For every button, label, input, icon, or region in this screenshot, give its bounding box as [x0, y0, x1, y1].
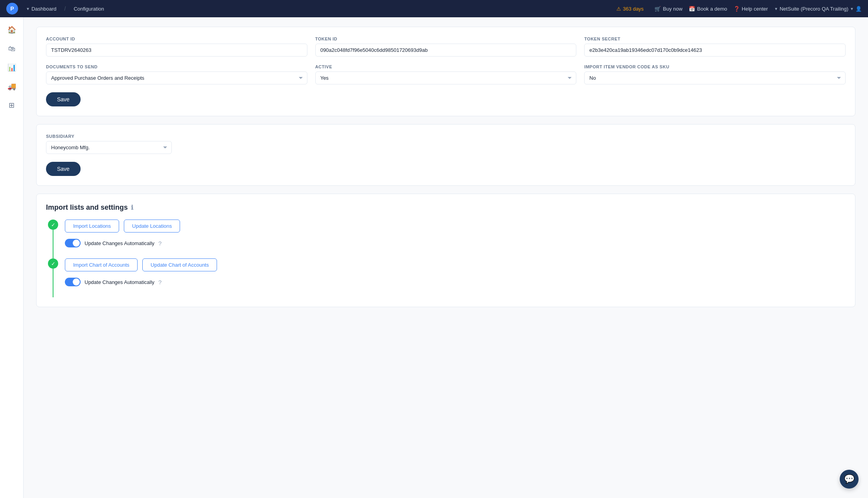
subsidiary-save-button[interactable]: Save [46, 162, 81, 176]
sidebar-truck-icon[interactable]: 🚚 [4, 79, 20, 94]
locations-timeline: ✓ [46, 220, 60, 258]
main-layout: 🏠 🛍 📊 🚚 ⊞ ACCOUNT ID TOKEN ID TOKEN SECR… [0, 17, 868, 498]
sidebar-shopping-icon[interactable]: 🛍 [4, 41, 20, 57]
token-id-group: TOKEN ID [315, 37, 577, 57]
docs-to-send-group: DOCUMENTS TO SEND Approved Purchase Orde… [46, 64, 307, 84]
chart-accounts-toggle-label: Update Changes Automatically [85, 279, 154, 285]
nav-warning[interactable]: ⚠ 363 days [616, 6, 644, 12]
credentials-save-button[interactable]: Save [46, 92, 81, 106]
nav-actions: 🛒 Buy now 📅 Book a demo ❓ Help center ▼ … [655, 6, 862, 12]
chart-accounts-timeline: ✓ [46, 258, 60, 297]
account-id-group: ACCOUNT ID [46, 37, 307, 57]
locations-content: Import Locations Update Locations Update… [60, 220, 846, 258]
locations-toggle-label: Update Changes Automatically [85, 240, 154, 246]
active-group: ACTIVE Yes [315, 64, 577, 84]
chart-accounts-help-icon[interactable]: ? [158, 279, 162, 286]
locations-import-item: ✓ Import Locations Update Locations Upda… [46, 220, 846, 258]
import-info-icon: ℹ [131, 204, 133, 211]
locations-timeline-line [53, 230, 53, 258]
import-item-label: IMPORT ITEM VENDOR CODE AS SKU [584, 64, 846, 69]
nav-dashboard[interactable]: ▼ Dashboard [26, 6, 57, 12]
subsidiary-section: SUBSIDIARY Honeycomb Mfg. Save [36, 124, 855, 186]
sidebar: 🏠 🛍 📊 🚚 ⊞ [0, 17, 24, 498]
sidebar-reports-icon[interactable]: 📊 [4, 60, 20, 75]
docs-to-send-select[interactable]: Approved Purchase Orders and Receipts [46, 71, 307, 84]
nav-configuration[interactable]: Configuration [74, 6, 104, 12]
token-id-label: TOKEN ID [315, 37, 577, 41]
active-label: ACTIVE [315, 64, 577, 69]
subsidiary-label: SUBSIDIARY [46, 134, 172, 139]
account-id-label: ACCOUNT ID [46, 37, 307, 41]
buy-now-btn[interactable]: 🛒 Buy now [655, 6, 682, 12]
locations-help-icon[interactable]: ? [158, 240, 162, 247]
chart-accounts-toggle-row: Update Changes Automatically ? [65, 278, 846, 286]
chat-button[interactable]: 💬 [840, 470, 859, 489]
docs-row: DOCUMENTS TO SEND Approved Purchase Orde… [46, 64, 846, 84]
help-center-btn[interactable]: ❓ Help center [734, 6, 768, 12]
sidebar-layers-icon[interactable]: ⊞ [4, 97, 20, 113]
sidebar-home-icon[interactable]: 🏠 [4, 22, 20, 38]
active-select[interactable]: Yes [315, 71, 577, 84]
docs-to-send-label: DOCUMENTS TO SEND [46, 64, 307, 69]
subsidiary-group: SUBSIDIARY Honeycomb Mfg. [46, 134, 172, 154]
book-demo-btn[interactable]: 📅 Book a demo [689, 6, 727, 12]
chart-accounts-import-item: ✓ Import Chart of Accounts Update Chart … [46, 258, 846, 297]
main-content: ACCOUNT ID TOKEN ID TOKEN SECRET DOCUMEN… [24, 17, 868, 498]
chat-icon: 💬 [844, 474, 855, 484]
top-nav: P ▼ Dashboard / Configuration ⚠ 363 days… [0, 0, 868, 17]
token-secret-input[interactable] [584, 44, 846, 57]
chart-accounts-toggle[interactable] [65, 278, 81, 286]
nav-separator: / [64, 5, 66, 12]
import-locations-button[interactable]: Import Locations [65, 220, 119, 233]
import-section: Import lists and settings ℹ ✓ Import Loc… [36, 194, 855, 307]
token-secret-group: TOKEN SECRET [584, 37, 846, 57]
import-chart-accounts-button[interactable]: Import Chart of Accounts [65, 258, 138, 271]
import-section-title: Import lists and settings ℹ [46, 203, 846, 212]
chart-accounts-content: Import Chart of Accounts Update Chart of… [60, 258, 846, 297]
credentials-section: ACCOUNT ID TOKEN ID TOKEN SECRET DOCUMEN… [36, 27, 855, 116]
update-chart-accounts-button[interactable]: Update Chart of Accounts [142, 258, 217, 271]
chart-accounts-check-icon: ✓ [48, 258, 58, 269]
update-locations-button[interactable]: Update Locations [124, 220, 180, 233]
token-secret-label: TOKEN SECRET [584, 37, 846, 41]
logo[interactable]: P [6, 3, 18, 15]
token-id-input[interactable] [315, 44, 577, 57]
locations-toggle[interactable] [65, 239, 81, 247]
subsidiary-select[interactable]: Honeycomb Mfg. [46, 141, 172, 154]
locations-buttons: Import Locations Update Locations [65, 220, 846, 233]
credentials-row: ACCOUNT ID TOKEN ID TOKEN SECRET [46, 37, 846, 57]
locations-check-icon: ✓ [48, 220, 58, 230]
locations-toggle-row: Update Changes Automatically ? [65, 239, 846, 247]
nav-user[interactable]: ▼ NetSuite (Precoro QA Trailing) ▼ 👤 [774, 6, 862, 12]
import-item-select[interactable]: No [584, 71, 846, 84]
account-id-input[interactable] [46, 44, 307, 57]
chart-accounts-buttons: Import Chart of Accounts Update Chart of… [65, 258, 846, 271]
chart-accounts-timeline-line [53, 269, 53, 297]
import-item-group: IMPORT ITEM VENDOR CODE AS SKU No [584, 64, 846, 84]
